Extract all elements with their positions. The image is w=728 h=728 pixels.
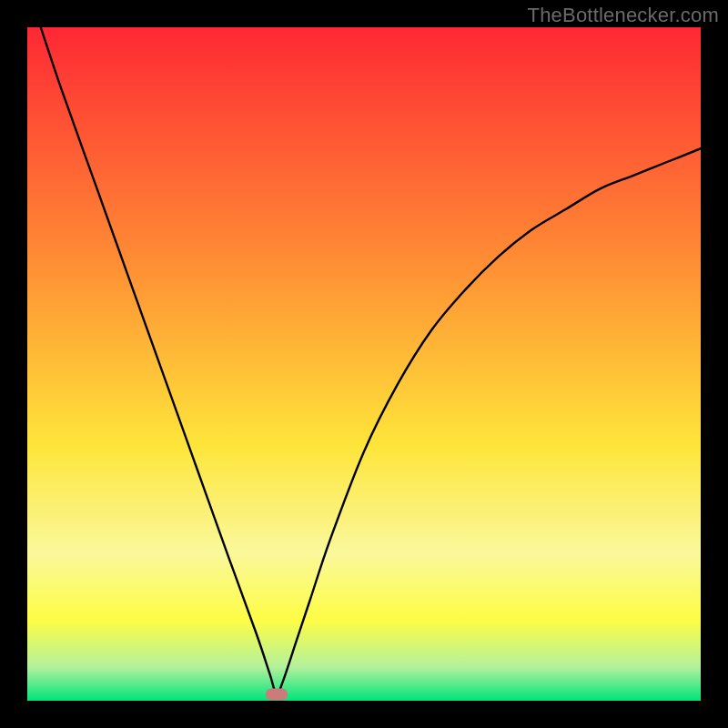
plot-area xyxy=(27,27,701,701)
optimal-marker xyxy=(266,688,288,700)
attribution-label: TheBottlenecker.com xyxy=(528,4,719,27)
bottleneck-curve xyxy=(27,27,701,701)
chart-frame: TheBottlenecker.com xyxy=(0,0,728,728)
